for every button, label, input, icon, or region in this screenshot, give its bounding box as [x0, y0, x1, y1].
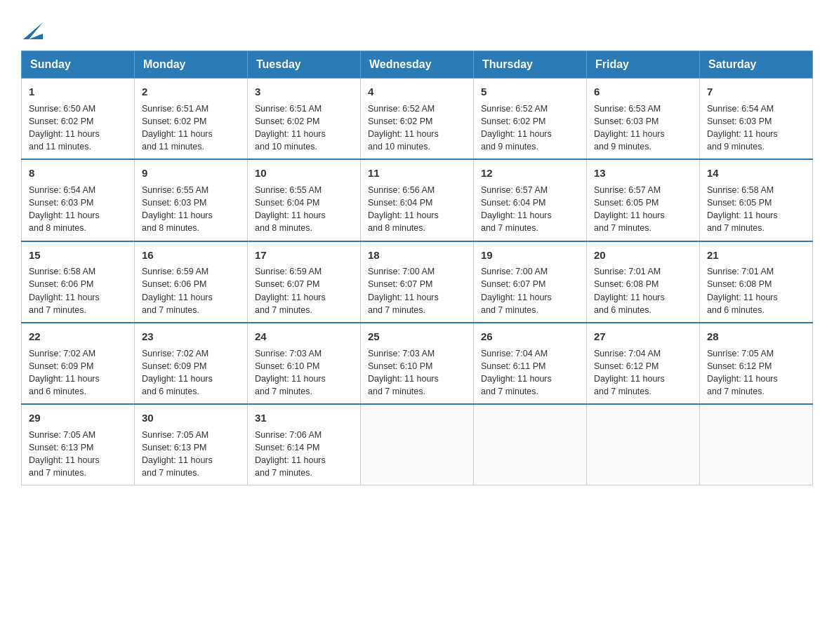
calendar-week-row: 8Sunrise: 6:54 AM Sunset: 6:03 PM Daylig…: [22, 159, 813, 241]
day-info: Sunrise: 6:54 AM Sunset: 6:03 PM Dayligh…: [29, 184, 127, 235]
calendar-cell: 1Sunrise: 6:50 AM Sunset: 6:02 PM Daylig…: [22, 79, 135, 160]
day-number: 29: [29, 410, 127, 426]
calendar-cell: 9Sunrise: 6:55 AM Sunset: 6:03 PM Daylig…: [135, 159, 248, 241]
day-number: 19: [481, 248, 579, 263]
day-info: Sunrise: 7:02 AM Sunset: 6:09 PM Dayligh…: [29, 347, 127, 398]
day-info: Sunrise: 6:51 AM Sunset: 6:02 PM Dayligh…: [142, 102, 240, 154]
calendar-week-row: 22Sunrise: 7:02 AM Sunset: 6:09 PM Dayli…: [22, 323, 813, 404]
day-number: 2: [142, 84, 240, 100]
day-info: Sunrise: 7:04 AM Sunset: 6:12 PM Dayligh…: [594, 347, 692, 398]
calendar-cell: [700, 404, 813, 485]
calendar-cell: 8Sunrise: 6:54 AM Sunset: 6:03 PM Daylig…: [22, 159, 135, 241]
day-info: Sunrise: 6:55 AM Sunset: 6:03 PM Dayligh…: [142, 184, 240, 235]
day-header-monday: Monday: [135, 51, 248, 79]
day-info: Sunrise: 7:03 AM Sunset: 6:10 PM Dayligh…: [255, 347, 353, 398]
day-info: Sunrise: 7:05 AM Sunset: 6:13 PM Dayligh…: [142, 429, 240, 480]
calendar-cell: 26Sunrise: 7:04 AM Sunset: 6:11 PM Dayli…: [474, 323, 587, 404]
day-info: Sunrise: 6:54 AM Sunset: 6:03 PM Dayligh…: [707, 102, 805, 154]
day-number: 12: [481, 166, 579, 181]
day-info: Sunrise: 6:53 AM Sunset: 6:03 PM Dayligh…: [594, 102, 692, 154]
day-number: 31: [255, 410, 353, 426]
day-number: 13: [594, 166, 692, 181]
calendar-week-row: 1Sunrise: 6:50 AM Sunset: 6:02 PM Daylig…: [22, 79, 813, 160]
day-info: Sunrise: 6:57 AM Sunset: 6:04 PM Dayligh…: [481, 184, 579, 235]
day-info: Sunrise: 6:57 AM Sunset: 6:05 PM Dayligh…: [594, 184, 692, 235]
day-info: Sunrise: 7:02 AM Sunset: 6:09 PM Dayligh…: [142, 347, 240, 398]
calendar-week-row: 29Sunrise: 7:05 AM Sunset: 6:13 PM Dayli…: [22, 404, 813, 485]
calendar-cell: 5Sunrise: 6:52 AM Sunset: 6:02 PM Daylig…: [474, 79, 587, 160]
calendar-cell: 12Sunrise: 6:57 AM Sunset: 6:04 PM Dayli…: [474, 159, 587, 241]
page-header: [21, 21, 813, 36]
day-number: 9: [142, 166, 240, 181]
calendar-cell: 17Sunrise: 6:59 AM Sunset: 6:07 PM Dayli…: [248, 241, 361, 323]
calendar-cell: 27Sunrise: 7:04 AM Sunset: 6:12 PM Dayli…: [587, 323, 700, 404]
calendar-cell: 15Sunrise: 6:58 AM Sunset: 6:06 PM Dayli…: [22, 241, 135, 323]
day-number: 8: [29, 166, 127, 181]
calendar-cell: 11Sunrise: 6:56 AM Sunset: 6:04 PM Dayli…: [361, 159, 474, 241]
day-info: Sunrise: 6:56 AM Sunset: 6:04 PM Dayligh…: [368, 184, 466, 235]
calendar-cell: 7Sunrise: 6:54 AM Sunset: 6:03 PM Daylig…: [700, 79, 813, 160]
calendar-cell: 23Sunrise: 7:02 AM Sunset: 6:09 PM Dayli…: [135, 323, 248, 404]
calendar-cell: 30Sunrise: 7:05 AM Sunset: 6:13 PM Dayli…: [135, 404, 248, 485]
day-header-friday: Friday: [587, 51, 700, 79]
day-info: Sunrise: 6:58 AM Sunset: 6:05 PM Dayligh…: [707, 184, 805, 235]
day-header-saturday: Saturday: [700, 51, 813, 79]
day-number: 26: [481, 329, 579, 344]
day-number: 18: [368, 248, 466, 263]
day-info: Sunrise: 6:59 AM Sunset: 6:06 PM Dayligh…: [142, 265, 240, 316]
calendar-cell: 18Sunrise: 7:00 AM Sunset: 6:07 PM Dayli…: [361, 241, 474, 323]
calendar-cell: 3Sunrise: 6:51 AM Sunset: 6:02 PM Daylig…: [248, 79, 361, 160]
calendar-cell: [361, 404, 474, 485]
day-info: Sunrise: 7:05 AM Sunset: 6:13 PM Dayligh…: [29, 429, 127, 480]
calendar-week-row: 15Sunrise: 6:58 AM Sunset: 6:06 PM Dayli…: [22, 241, 813, 323]
calendar-cell: 10Sunrise: 6:55 AM Sunset: 6:04 PM Dayli…: [248, 159, 361, 241]
calendar-cell: 25Sunrise: 7:03 AM Sunset: 6:10 PM Dayli…: [361, 323, 474, 404]
day-number: 4: [368, 84, 466, 100]
calendar-cell: [587, 404, 700, 485]
day-info: Sunrise: 6:52 AM Sunset: 6:02 PM Dayligh…: [368, 102, 466, 154]
day-info: Sunrise: 7:03 AM Sunset: 6:10 PM Dayligh…: [368, 347, 466, 398]
day-number: 7: [707, 84, 805, 100]
day-info: Sunrise: 7:00 AM Sunset: 6:07 PM Dayligh…: [481, 265, 579, 316]
calendar-cell: 16Sunrise: 6:59 AM Sunset: 6:06 PM Dayli…: [135, 241, 248, 323]
calendar-cell: 4Sunrise: 6:52 AM Sunset: 6:02 PM Daylig…: [361, 79, 474, 160]
calendar-cell: 22Sunrise: 7:02 AM Sunset: 6:09 PM Dayli…: [22, 323, 135, 404]
calendar-cell: 29Sunrise: 7:05 AM Sunset: 6:13 PM Dayli…: [22, 404, 135, 485]
calendar-cell: 13Sunrise: 6:57 AM Sunset: 6:05 PM Dayli…: [587, 159, 700, 241]
calendar-cell: [474, 404, 587, 485]
day-info: Sunrise: 6:51 AM Sunset: 6:02 PM Dayligh…: [255, 102, 353, 154]
day-number: 22: [29, 329, 127, 344]
day-info: Sunrise: 7:01 AM Sunset: 6:08 PM Dayligh…: [594, 265, 692, 316]
day-header-wednesday: Wednesday: [361, 51, 474, 79]
calendar-cell: 19Sunrise: 7:00 AM Sunset: 6:07 PM Dayli…: [474, 241, 587, 323]
calendar-cell: 21Sunrise: 7:01 AM Sunset: 6:08 PM Dayli…: [700, 241, 813, 323]
logo-arrow-icon: [23, 22, 43, 39]
day-number: 11: [368, 166, 466, 181]
calendar-cell: 14Sunrise: 6:58 AM Sunset: 6:05 PM Dayli…: [700, 159, 813, 241]
day-info: Sunrise: 7:04 AM Sunset: 6:11 PM Dayligh…: [481, 347, 579, 398]
day-info: Sunrise: 7:06 AM Sunset: 6:14 PM Dayligh…: [255, 429, 353, 480]
logo-line1: [21, 21, 43, 39]
day-header-thursday: Thursday: [474, 51, 587, 79]
day-number: 16: [142, 248, 240, 263]
day-number: 20: [594, 248, 692, 263]
day-number: 23: [142, 329, 240, 344]
day-number: 14: [707, 166, 805, 181]
day-number: 10: [255, 166, 353, 181]
day-info: Sunrise: 6:52 AM Sunset: 6:02 PM Dayligh…: [481, 102, 579, 154]
day-header-tuesday: Tuesday: [248, 51, 361, 79]
day-number: 25: [368, 329, 466, 344]
day-number: 3: [255, 84, 353, 100]
day-info: Sunrise: 6:50 AM Sunset: 6:02 PM Dayligh…: [29, 102, 127, 154]
day-number: 17: [255, 248, 353, 263]
day-number: 27: [594, 329, 692, 344]
day-info: Sunrise: 6:55 AM Sunset: 6:04 PM Dayligh…: [255, 184, 353, 235]
calendar-cell: 24Sunrise: 7:03 AM Sunset: 6:10 PM Dayli…: [248, 323, 361, 404]
day-number: 15: [29, 248, 127, 263]
logo: [21, 21, 43, 36]
day-info: Sunrise: 7:05 AM Sunset: 6:12 PM Dayligh…: [707, 347, 805, 398]
day-number: 24: [255, 329, 353, 344]
calendar-table: SundayMondayTuesdayWednesdayThursdayFrid…: [21, 51, 813, 485]
calendar-cell: 6Sunrise: 6:53 AM Sunset: 6:03 PM Daylig…: [587, 79, 700, 160]
day-number: 21: [707, 248, 805, 263]
